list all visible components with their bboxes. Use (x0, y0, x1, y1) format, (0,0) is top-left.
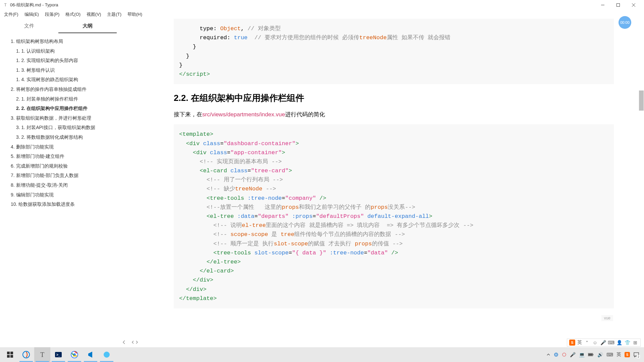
ime-keyboard-icon[interactable]: ⌨ (608, 340, 614, 346)
svg-rect-21 (593, 354, 593, 355)
task-powershell[interactable]: >_ (50, 347, 66, 362)
tab-outline[interactable]: 大纲 (58, 19, 117, 33)
editor-bottom-toolbar (117, 337, 143, 347)
code-lang-tag: vue (601, 315, 613, 321)
tray-pause-icon[interactable] (554, 352, 558, 357)
task-typora[interactable]: T (34, 347, 50, 362)
svg-rect-9 (10, 355, 13, 358)
outline-item[interactable]: 3. 1. 封装API接口，获取组织架构数据 (4, 123, 113, 132)
sidebar: 文件 大纲 1. 组织架构树形结构布局1. 1. 认识组织架构1. 2. 实现组… (0, 19, 117, 347)
window-title: 06-组织架构.md - Typora (10, 2, 58, 8)
minimize-button[interactable] (595, 0, 610, 10)
menu-paragraph[interactable]: 段落(P) (42, 10, 62, 18)
timer-badge[interactable]: 00:00 (619, 16, 631, 29)
tray-sync-icon[interactable] (562, 352, 567, 357)
outline-item[interactable]: 1. 2. 实现组织架构的头部内容 (4, 56, 113, 65)
scrollbar-thumb[interactable] (639, 90, 644, 111)
maximize-button[interactable] (610, 0, 626, 10)
svg-rect-6 (7, 352, 10, 354)
menu-view[interactable]: 视图(V) (84, 10, 104, 18)
outline-item[interactable]: 5. 新增部门功能-建立组件 (4, 152, 113, 161)
ime-mode[interactable]: 英 (577, 340, 582, 346)
outline-item[interactable]: 1. 1. 认识组织架构 (4, 46, 113, 56)
close-button[interactable] (626, 0, 641, 10)
ime-shirt-icon[interactable]: 👕 (624, 340, 630, 346)
ime-tools-icon[interactable]: ⊞ (632, 340, 638, 346)
ime-toolbar[interactable]: S 英 " ☺ 🎤 ⌨ 👤 👕 ⊞ (567, 339, 641, 347)
task-chrome[interactable] (66, 347, 83, 362)
task-app-2[interactable] (99, 347, 115, 362)
outline-item[interactable]: 10. 给数据获取添加加载进度条 (4, 199, 113, 209)
task-app-1[interactable] (18, 347, 34, 362)
heading-2-2[interactable]: 2.2. 在组织架构中应用操作栏组件 (174, 92, 614, 104)
titlebar: T 06-组织架构.md - Typora (0, 0, 644, 10)
svg-point-17 (554, 353, 558, 357)
outline-item[interactable]: 3. 获取组织架构数据，并进行树形处理 (4, 113, 113, 123)
tray-expand-icon[interactable] (546, 353, 550, 357)
tab-files[interactable]: 文件 (0, 19, 58, 33)
outline-item[interactable]: 1. 4. 实现树形的静态组织架构 (4, 75, 113, 84)
ime-punct-icon[interactable]: " (584, 340, 590, 346)
menu-edit[interactable]: 编辑(E) (22, 10, 42, 18)
menu-theme[interactable]: 主题(T) (104, 10, 124, 18)
tray-mic-icon[interactable]: 🎤 (570, 352, 576, 357)
task-vscode[interactable] (83, 347, 99, 362)
svg-rect-8 (7, 355, 10, 358)
paragraph[interactable]: 接下来，在src/views/departments/index.vue进行代码… (174, 110, 614, 119)
source-mode-button[interactable] (131, 340, 138, 345)
svg-rect-7 (10, 352, 13, 354)
tray-devices-icon[interactable]: 💻 (579, 352, 585, 357)
svg-text:S: S (626, 353, 629, 357)
outline-list: 1. 组织架构树形结构布局1. 1. 认识组织架构1. 2. 实现组织架构的头部… (0, 33, 117, 213)
code-block-template[interactable]: <template> <div class="dashboard-contain… (174, 124, 614, 308)
menubar: 文件(F) 编辑(E) 段落(P) 格式(O) 视图(V) 主题(T) 帮助(H… (0, 10, 644, 19)
sogou-icon[interactable]: S (569, 340, 575, 346)
tray-battery-icon[interactable] (588, 353, 594, 357)
start-button[interactable] (2, 347, 18, 362)
outline-item[interactable]: 2. 1. 封装单独的树操作栏组件 (4, 94, 113, 104)
outline-item[interactable]: 1. 组织架构树形结构布局 (4, 37, 113, 46)
ime-emoji-icon[interactable]: ☺ (592, 340, 598, 346)
outline-item[interactable]: 4. 删除部门功能实现 (4, 142, 113, 152)
taskbar: T >_ 🎤 💻 🔊 ⌨ 英 S 2 (0, 347, 644, 362)
svg-point-16 (104, 352, 110, 358)
tray-ime-lang-icon[interactable]: 英 (616, 352, 621, 358)
outline-item[interactable]: 2. 2. 在组织架构中应用操作栏组件 (4, 104, 113, 113)
outline-item[interactable]: 1. 3. 树形组件认识 (4, 65, 113, 75)
outline-item[interactable]: 3. 2. 将数组数据转化成树形结构 (4, 132, 113, 142)
svg-rect-18 (555, 354, 556, 356)
menu-file[interactable]: 文件(F) (1, 10, 21, 18)
tray-sogou-icon[interactable]: S (625, 352, 630, 357)
outline-item[interactable]: 8. 新增功能-提交-取消-关闭 (4, 180, 113, 190)
menu-help[interactable]: 帮助(H) (125, 10, 145, 18)
outline-item[interactable]: 7. 新增部门功能-部门负责人数据 (4, 171, 113, 180)
svg-rect-22 (588, 354, 592, 356)
code-block-script[interactable]: type: Object, // 对象类型 required: true // … (174, 19, 614, 84)
svg-text:S: S (571, 341, 573, 345)
outline-item[interactable]: 2. 将树形的操作内容单独抽提成组件 (4, 84, 113, 94)
tray-volume-icon[interactable]: 🔊 (597, 352, 603, 357)
svg-text:>_: >_ (56, 353, 60, 357)
ime-person-icon[interactable]: 👤 (616, 340, 622, 346)
back-button[interactable] (121, 340, 127, 345)
ime-mic-icon[interactable]: 🎤 (600, 340, 606, 346)
outline-item[interactable]: 6. 完成新增部门的规则校验 (4, 161, 113, 171)
system-tray: 🎤 💻 🔊 ⌨ 英 S 2 (546, 352, 642, 358)
svg-rect-19 (556, 354, 557, 356)
editor-content[interactable]: type: Object, // 对象类型 required: true // … (117, 19, 644, 347)
tray-notifications-icon[interactable]: 2 (633, 352, 639, 358)
svg-rect-1 (617, 4, 620, 7)
outline-item[interactable]: 9. 编辑部门功能实现 (4, 190, 113, 200)
app-icon: T (3, 2, 8, 8)
tray-keyboard-icon[interactable]: ⌨ (606, 352, 613, 357)
menu-format[interactable]: 格式(O) (63, 10, 83, 18)
